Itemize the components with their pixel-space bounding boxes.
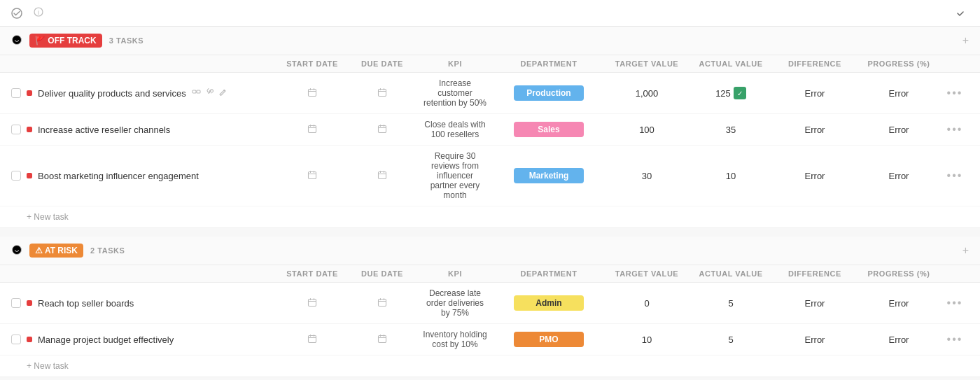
more-options-button[interactable]: ••• [941, 169, 969, 182]
col-header: TARGET VALUE [605, 269, 689, 278]
table-row: Deliver quality products and services [0, 73, 980, 114]
due-date-cell [347, 334, 417, 346]
section-toggle-at-risk[interactable] [11, 244, 22, 258]
section-add-at-risk[interactable]: + [962, 244, 969, 257]
target-value-cell: 1,000 [605, 88, 689, 99]
task-name: Increase active reseller channels [38, 125, 170, 135]
section-task-count-off-track: 3 TASKS [109, 36, 144, 45]
new-task-button[interactable]: + New task [0, 206, 980, 227]
kpi-logo-icon [11, 8, 22, 19]
section-header-at-risk: ⚠ AT RISK 2 TASKS + [0, 237, 980, 265]
difference-cell: Error [773, 88, 857, 99]
table-row: Increase active reseller channels Close … [0, 114, 980, 146]
actual-value-cell: 125 ✓ [689, 87, 773, 99]
col-header: START DATE [277, 59, 347, 68]
more-options-button[interactable]: ••• [941, 123, 969, 136]
section-at-risk: ⚠ AT RISK 2 TASKS + START DATEDUE DATEKP… [0, 237, 980, 377]
start-date-cell [277, 170, 347, 182]
progress-cell: Error [857, 335, 941, 345]
actual-value-cell: 5 [689, 298, 773, 309]
actual-value-cell: 10 [689, 171, 773, 181]
task-name: Manage project budget effectively [38, 335, 174, 345]
task-checkbox[interactable] [11, 125, 21, 134]
section-add-off-track[interactable]: + [962, 34, 969, 47]
svg-point-13 [13, 245, 22, 254]
due-date-cell [347, 87, 417, 99]
col-header: PROGRESS (%) [857, 59, 941, 68]
svg-rect-7 [309, 89, 316, 96]
col-header: TARGET VALUE [605, 59, 689, 68]
svg-rect-15 [379, 299, 386, 306]
new-task-button[interactable]: + New task [0, 356, 980, 377]
section-badge-off-track: 🚩 OFF TRACK [29, 34, 102, 48]
svg-rect-16 [309, 335, 316, 342]
target-value-cell: 100 [605, 125, 689, 135]
col-header: DEPARTMENT [493, 59, 605, 68]
task-checkbox[interactable] [11, 335, 21, 344]
dependency-icon[interactable] [192, 87, 201, 99]
col-header: START DATE [277, 269, 347, 278]
start-date-icon[interactable] [307, 124, 317, 136]
task-checkbox[interactable] [11, 88, 21, 98]
svg-point-3 [13, 35, 22, 44]
more-options-button[interactable]: ••• [941, 333, 969, 346]
task-name-cell: Manage project budget effectively [11, 335, 277, 345]
department-badge: Admin [514, 295, 584, 311]
section-toggle-off-track[interactable] [11, 34, 22, 48]
due-date-icon[interactable] [377, 334, 387, 346]
col-header: ACTUAL VALUE [689, 269, 773, 278]
col-header: ACTUAL VALUE [689, 59, 773, 68]
due-date-cell [347, 297, 417, 309]
col-headers-off-track: START DATEDUE DATEKPIDEPARTMENTTARGET VA… [0, 55, 980, 73]
more-options-button[interactable]: ••• [941, 87, 969, 99]
actual-value: 125 [715, 88, 731, 99]
due-date-icon[interactable] [377, 87, 387, 99]
section-off-track: 🚩 OFF TRACK 3 TASKS + START DATEDUE DATE… [0, 27, 980, 228]
task-status-dot [27, 90, 32, 96]
info-icon[interactable]: i [34, 7, 43, 19]
more-options-button[interactable]: ••• [941, 297, 969, 309]
task-checkbox[interactable] [11, 298, 21, 308]
due-date-icon[interactable] [377, 170, 387, 182]
difference-cell: Error [773, 335, 857, 345]
due-date-icon[interactable] [377, 124, 387, 136]
department-badge: Sales [514, 122, 584, 137]
start-date-cell [277, 87, 347, 99]
hide-closed-button[interactable] [956, 9, 969, 17]
start-date-icon[interactable] [307, 87, 317, 99]
department-cell: Marketing [493, 168, 605, 183]
department-cell: Production [493, 85, 605, 101]
svg-rect-12 [379, 171, 386, 178]
task-status-dot [27, 337, 32, 342]
kpi-cell: Increase customer retention by 50% [417, 78, 493, 108]
department-badge: Marketing [514, 168, 584, 183]
svg-rect-10 [379, 125, 386, 132]
task-status-dot [27, 173, 32, 178]
due-date-cell [347, 170, 417, 182]
difference-cell: Error [773, 298, 857, 309]
progress-cell: Error [857, 88, 941, 99]
top-bar: i [0, 0, 980, 27]
col-header: DUE DATE [347, 59, 417, 68]
svg-rect-8 [379, 89, 386, 96]
start-date-icon[interactable] [307, 297, 317, 309]
col-header: KPI [417, 59, 493, 68]
col-task-name [11, 269, 277, 278]
actual-value-cell: 5 [689, 335, 773, 345]
start-date-icon[interactable] [307, 334, 317, 346]
target-value-cell: 30 [605, 171, 689, 181]
progress-cell: Error [857, 125, 941, 135]
table-row: Boost marketing influencer engagement Re… [0, 146, 980, 206]
due-date-icon[interactable] [377, 297, 387, 309]
department-badge: Production [514, 85, 584, 101]
actual-value-cell: 35 [689, 125, 773, 135]
target-value-cell: 10 [605, 335, 689, 345]
start-date-cell [277, 297, 347, 309]
target-value-cell: 0 [605, 298, 689, 309]
link-icon[interactable] [205, 87, 214, 99]
task-checkbox[interactable] [11, 171, 21, 181]
svg-text:i: i [38, 9, 39, 16]
start-date-icon[interactable] [307, 170, 317, 182]
department-cell: Admin [493, 295, 605, 311]
edit-icon[interactable] [218, 87, 227, 99]
